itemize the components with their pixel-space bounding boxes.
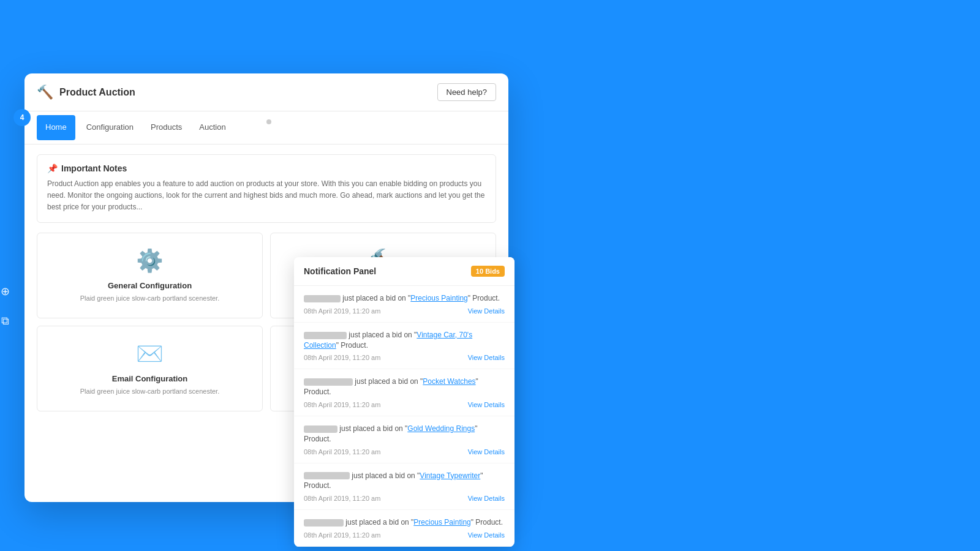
help-button[interactable]: Need help? bbox=[437, 83, 497, 101]
product-link-3[interactable]: Pocket Watches bbox=[423, 377, 475, 386]
blurred-name-5 bbox=[304, 472, 350, 479]
view-details-1[interactable]: View Details bbox=[468, 307, 505, 315]
blurred-name-4 bbox=[304, 425, 337, 433]
nav-auction[interactable]: Auction bbox=[190, 115, 234, 140]
left-panel: 4 ⊕ ⧉ 🔨 Product Auction Need help? Home … bbox=[0, 0, 533, 551]
email-config-card[interactable]: ✉️ Email Configuration Plaid green juice… bbox=[37, 326, 263, 411]
notif-date-4: 08th April 2019, 11:20 am bbox=[304, 448, 380, 455]
nav-products[interactable]: Products bbox=[142, 115, 190, 140]
notif-footer-5: 08th April 2019, 11:20 am View Details bbox=[304, 495, 505, 502]
notification-badge: 4 bbox=[13, 109, 31, 126]
notif-footer-3: 08th April 2019, 11:20 am View Details bbox=[304, 401, 505, 408]
notif-footer-2: 08th April 2019, 11:20 am View Details bbox=[304, 354, 505, 361]
view-details-5[interactable]: View Details bbox=[468, 495, 505, 502]
notif-item-2: just placed a bid on "Vintage Car, 70's … bbox=[294, 323, 514, 370]
notif-footer-1: 08th April 2019, 11:20 am View Details bbox=[304, 307, 505, 315]
notif-date-1: 08th April 2019, 11:20 am bbox=[304, 307, 380, 315]
notes-text: Product Auction app enables you a featur… bbox=[47, 178, 486, 214]
view-details-6[interactable]: View Details bbox=[468, 531, 505, 539]
gear-icon: ⚙️ bbox=[136, 248, 164, 274]
external-link-icon[interactable]: ⧉ bbox=[0, 311, 15, 331]
general-config-desc: Plaid green juice slow-carb portland sce… bbox=[80, 294, 219, 303]
product-link-1[interactable]: Precious Painting bbox=[410, 294, 467, 302]
notes-title: 📌 Important Notes bbox=[47, 163, 486, 173]
app-title: Product Auction bbox=[59, 87, 135, 98]
notif-text-3: just placed a bid on "Pocket Watches" Pr… bbox=[304, 377, 505, 397]
general-config-title: General Configuration bbox=[108, 281, 192, 290]
blurred-name-3 bbox=[304, 378, 353, 386]
important-notes-section: 📌 Important Notes Product Auction app en… bbox=[37, 154, 496, 223]
product-link-5[interactable]: Vintage Typewriter bbox=[420, 471, 480, 480]
email-config-title: Email Configuration bbox=[112, 374, 188, 383]
notif-title: Notification Panel bbox=[304, 266, 376, 276]
notif-footer-6: 08th April 2019, 11:20 am View Details bbox=[304, 531, 505, 539]
notif-text-2: just placed a bid on "Vintage Car, 70's … bbox=[304, 330, 505, 351]
notif-date-2: 08th April 2019, 11:20 am bbox=[304, 354, 380, 361]
email-icon: ✉️ bbox=[136, 341, 164, 367]
view-details-3[interactable]: View Details bbox=[468, 401, 505, 408]
nav-home[interactable]: Home bbox=[37, 115, 75, 140]
top-dot bbox=[266, 119, 271, 124]
product-link-4[interactable]: Gold Wedding Rings bbox=[407, 424, 475, 433]
product-link-6[interactable]: Precious Painting bbox=[413, 518, 470, 527]
app-nav: Home Configuration Products Auction bbox=[24, 111, 508, 144]
app-logo: 🔨 Product Auction bbox=[37, 84, 135, 100]
general-config-card[interactable]: ⚙️ General Configuration Plaid green jui… bbox=[37, 233, 263, 318]
notif-date-5: 08th April 2019, 11:20 am bbox=[304, 495, 380, 502]
notif-footer-4: 08th April 2019, 11:20 am View Details bbox=[304, 448, 505, 455]
notif-item-3: just placed a bid on "Pocket Watches" Pr… bbox=[294, 369, 514, 416]
notif-item-5: just placed a bid on "Vintage Typewriter… bbox=[294, 463, 514, 511]
app-header: 🔨 Product Auction Need help? bbox=[24, 73, 508, 111]
notif-count-badge: 10 Bids bbox=[471, 266, 505, 277]
blurred-name-1 bbox=[304, 295, 341, 302]
notification-panel: Notification Panel 10 Bids just placed a… bbox=[294, 257, 514, 547]
notif-item-1: just placed a bid on "Precious Painting"… bbox=[294, 286, 514, 323]
email-config-desc: Plaid green juice slow-carb portland sce… bbox=[80, 387, 219, 396]
notif-text-1: just placed a bid on "Precious Painting"… bbox=[304, 293, 505, 304]
notif-text-6: just placed a bid on "Precious Painting"… bbox=[304, 517, 505, 528]
notif-header: Notification Panel 10 Bids bbox=[294, 257, 514, 286]
view-details-2[interactable]: View Details bbox=[468, 354, 505, 361]
blurred-name-2 bbox=[304, 332, 347, 339]
nav-configuration[interactable]: Configuration bbox=[78, 115, 142, 140]
notif-date-6: 08th April 2019, 11:20 am bbox=[304, 531, 380, 539]
app-card: 4 ⊕ ⧉ 🔨 Product Auction Need help? Home … bbox=[24, 73, 508, 502]
sidebar-icons: ⊕ ⧉ bbox=[0, 282, 15, 331]
notif-text-5: just placed a bid on "Vintage Typewriter… bbox=[304, 471, 505, 492]
blurred-name-6 bbox=[304, 519, 344, 527]
view-details-4[interactable]: View Details bbox=[468, 448, 505, 455]
notif-item-6: just placed a bid on "Precious Painting"… bbox=[294, 510, 514, 547]
notif-text-4: just placed a bid on "Gold Wedding Rings… bbox=[304, 424, 505, 444]
add-icon[interactable]: ⊕ bbox=[0, 282, 15, 301]
notif-item-4: just placed a bid on "Gold Wedding Rings… bbox=[294, 416, 514, 463]
logo-icon: 🔨 bbox=[37, 84, 53, 100]
pushpin-icon: 📌 bbox=[47, 163, 58, 173]
notif-date-3: 08th April 2019, 11:20 am bbox=[304, 401, 380, 408]
